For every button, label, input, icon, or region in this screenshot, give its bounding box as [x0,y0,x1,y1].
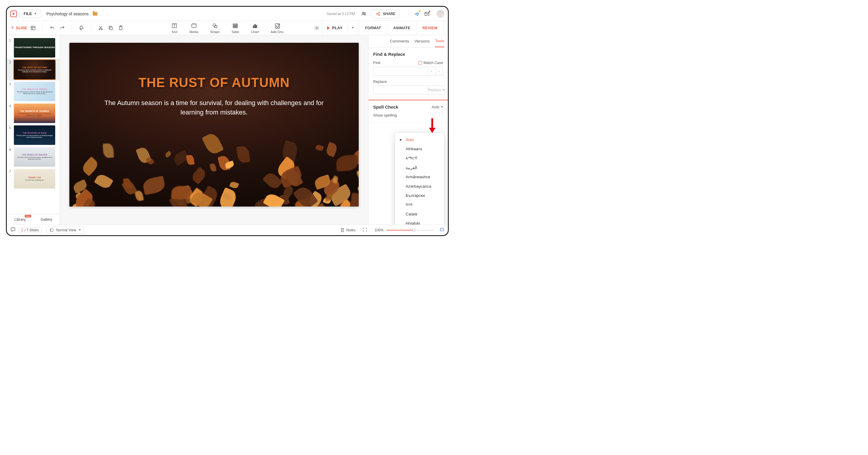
svg-point-1 [364,12,365,13]
slide-title[interactable]: THE RUST OF AUTUMN [138,75,290,90]
insert-table-button[interactable]: Table [231,23,239,34]
subtab-versions[interactable]: Versions [414,35,430,47]
language-option[interactable]: العربية [395,163,444,172]
library-tab[interactable]: Library New [7,214,33,225]
language-option[interactable]: Armãneashce [395,172,444,182]
svg-rect-9 [110,27,113,30]
add-slide-label: SLIDE [16,26,27,30]
svg-point-7 [99,29,100,30]
find-next-button[interactable]: › [436,67,443,75]
svg-rect-15 [215,25,217,28]
undo-icon[interactable] [48,24,56,32]
tab-animate[interactable]: ANIMATE [388,21,416,35]
announcement-icon[interactable] [414,11,422,17]
slide-thumbnails[interactable]: 1 TRANSITIONING THROUGH SEASONS 2 THE RU… [7,35,60,214]
insert-chart-button[interactable]: Chart [251,23,259,34]
zoom-handle[interactable] [412,229,415,232]
slide-thumbnail[interactable]: 3 THE GRACE OF SPRING The Spring season … [7,80,60,102]
user-avatar[interactable] [437,10,444,18]
slide-counter[interactable]: 2 / 7 Slides [19,227,42,233]
slide-thumbnail[interactable]: 5 THE RYHTHM OF RAIN The rainy season is… [7,124,60,146]
svg-point-24 [316,27,318,29]
canvas-area[interactable]: THE RUST OF AUTUMN The Autumn season is … [60,35,368,225]
folder-icon[interactable] [93,12,97,15]
subtab-tools[interactable]: Tools [435,35,444,47]
status-bar: 2 / 7 Slides Normal View Notes 100% [7,225,448,235]
language-option[interactable]: Afrikaans [395,144,444,154]
match-case-checkbox[interactable]: Match Case [418,61,443,65]
settings-icon[interactable] [313,24,321,32]
document-name[interactable]: Psychology of seasons [46,11,89,16]
tab-format[interactable]: FORMAT [359,21,387,35]
svg-point-3 [379,12,380,13]
new-badge: New [25,215,31,218]
review-panel: Comments Versions Tools Find & Replace F… [368,35,448,225]
language-option[interactable]: Hrvatski [395,219,444,225]
svg-rect-20 [236,27,237,28]
slide-thumbnail[interactable]: 7 THANK YOU It's time to start something… [7,168,60,190]
replace-button[interactable]: Replace [428,86,445,94]
svg-rect-19 [233,27,235,28]
copy-icon[interactable] [106,24,115,32]
subtab-comments[interactable]: Comments [390,35,409,47]
insert-addons-button[interactable]: Add-Ons [271,23,283,34]
redo-icon[interactable] [58,24,66,32]
slide-panel-footer: Library New Gallery [7,214,60,225]
mail-icon[interactable] [424,11,431,17]
body: 1 TRANSITIONING THROUGH SEASONS 2 THE RU… [7,35,448,225]
zoom-value: 100% [374,228,383,232]
cut-icon[interactable] [97,24,105,32]
app-logo-icon[interactable] [10,11,17,17]
paste-icon[interactable] [117,24,125,32]
language-option[interactable]: বাংলা [395,200,444,209]
slide-panel: 1 TRANSITIONING THROUGH SEASONS 2 THE RU… [7,35,60,225]
format-painter-icon[interactable] [78,24,86,32]
find-replace-section: Find & Replace Find Match Case ‹ › Repla… [368,47,448,100]
separator [72,25,72,31]
language-dropdown[interactable]: AutoAfrikaansአማርኛالعربيةArmãneashceAzərb… [395,132,444,225]
replace-input[interactable] [373,86,428,94]
svg-rect-23 [256,25,256,28]
view-selector[interactable]: Normal View [46,227,84,234]
file-menu-button[interactable]: FILE [19,9,41,18]
find-prev-button[interactable]: ‹ [428,67,436,75]
gallery-tab[interactable]: Gallery [33,214,60,225]
spell-language-selector[interactable]: Auto [432,105,443,109]
language-option[interactable]: Català [395,209,444,219]
layout-icon[interactable] [29,24,37,32]
zoom-slider[interactable] [386,230,434,230]
toolbar: + SLIDE Text Media Shape Table Chart Add… [7,21,448,35]
insert-media-button[interactable]: Media [190,23,198,34]
language-option[interactable]: Azərbaycanca [395,182,444,191]
slide-canvas[interactable]: THE RUST OF AUTUMN The Autumn season is … [69,43,359,206]
show-spelling-label: Show spelling [373,113,443,118]
chat-icon[interactable] [10,227,16,233]
insert-shape-button[interactable]: Shape [210,23,220,34]
svg-rect-21 [253,26,254,28]
app-window: FILE Psychology of seasons Saved at 3:13… [6,6,449,236]
share-button[interactable]: SHARE [371,9,400,18]
fit-screen-icon[interactable] [440,227,444,233]
play-button[interactable]: PLAY [322,21,358,35]
language-option[interactable]: Auto [395,135,444,144]
tab-review[interactable]: REVIEW [416,21,444,35]
insert-text-button[interactable]: Text [171,23,178,34]
chevron-down-icon[interactable] [352,27,354,29]
separator [408,11,408,17]
separator [91,25,91,31]
notes-icon [340,228,345,232]
language-option[interactable]: አማርኛ [395,154,444,163]
language-option[interactable]: Български [395,191,444,200]
svg-rect-13 [192,24,196,27]
review-subtabs: Comments Versions Tools [368,35,448,47]
slide-thumbnail[interactable]: 6 THE WINDS OF WINTER The Winter season … [7,146,60,168]
slide-thumbnail[interactable]: 2 THE RUST OF AUTUMN The Autumn season i… [7,59,60,80]
notes-button[interactable]: Notes [340,228,355,232]
slide-thumbnail[interactable]: 4 THE WARMTH OF SUMMER The Summer season… [7,102,60,124]
collaborators-icon[interactable] [361,11,367,17]
slide-thumbnail[interactable]: 1 TRANSITIONING THROUGH SEASONS [7,37,60,59]
slide-body[interactable]: The Autumn season is a time for survival… [99,98,329,117]
fit-width-icon[interactable] [363,227,367,233]
find-input[interactable] [373,67,428,75]
add-slide-button[interactable]: + SLIDE [11,25,27,31]
